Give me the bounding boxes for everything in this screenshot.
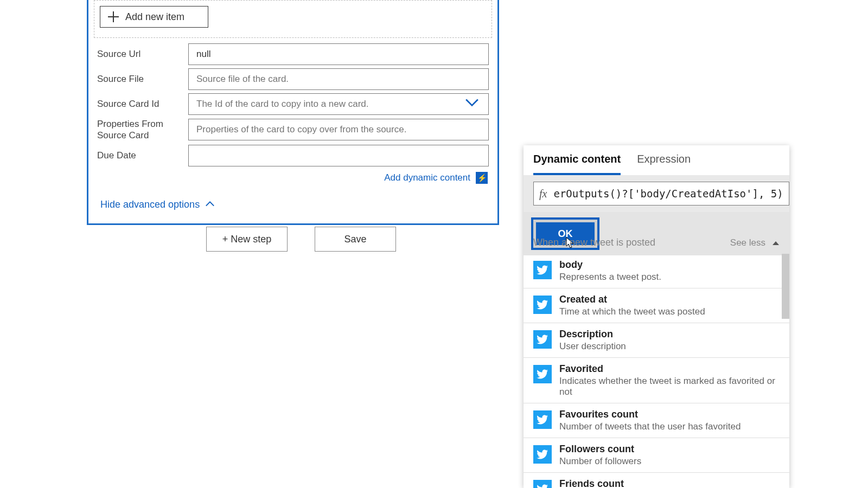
dynamic-item[interactable]: Followers countNumber of followers (524, 438, 789, 473)
row-source-file: Source File (97, 68, 489, 90)
dynamic-item-title: Created at (559, 294, 705, 305)
hide-advanced-options-toggle[interactable]: Hide advanced options (100, 199, 492, 210)
label-due-date: Due Date (97, 150, 188, 161)
flow-action-card: Add new item Source Url Source File Sour… (87, 0, 499, 225)
dynamic-section-header: When a new tweet is posted See less (524, 232, 789, 254)
twitter-icon (533, 480, 552, 488)
dynamic-section-title: When a new tweet is posted (533, 237, 655, 248)
dynamic-item-text: Followers countNumber of followers (559, 444, 641, 467)
add-item-container: Add new item (94, 0, 492, 38)
add-dynamic-row: Add dynamic content ⚡ (94, 172, 488, 184)
input-source-url[interactable] (188, 43, 489, 65)
row-source-url: Source Url (97, 43, 489, 65)
fx-icon: fx (539, 188, 547, 200)
dynamic-item[interactable]: Favourites countNumber of tweets that th… (524, 403, 789, 438)
dynamic-item-desc: Represents a tweet post. (559, 272, 661, 282)
dynamic-item-desc: Time at which the tweet was posted (559, 306, 705, 317)
dynamic-item[interactable]: Friends countNumber of friends (524, 473, 789, 488)
dynamic-item-text: Favourites countNumber of tweets that th… (559, 409, 741, 432)
dynamic-item-desc: Number of followers (559, 456, 641, 467)
dynamic-item-title: Description (559, 329, 626, 340)
hide-advanced-label: Hide advanced options (100, 199, 200, 210)
dynamic-item-title: body (559, 259, 661, 271)
dynamic-item[interactable]: DescriptionUser description (524, 323, 789, 358)
input-props-from-source[interactable] (188, 119, 489, 140)
row-source-card-id: Source Card Id (97, 93, 489, 115)
label-source-card-id: Source Card Id (97, 99, 188, 110)
tab-expression[interactable]: Expression (637, 153, 691, 175)
expression-input[interactable]: fx erOutputs()?['body/CreatedAtIso'], 5) (533, 182, 789, 206)
twitter-icon (533, 296, 552, 314)
triangle-up-icon (772, 238, 780, 248)
twitter-icon (533, 330, 552, 349)
dynamic-item-text: DescriptionUser description (559, 329, 626, 352)
dynamic-item-desc: Number of tweets that the user has favor… (559, 421, 741, 432)
dynamic-item-title: Followers count (559, 444, 641, 455)
twitter-icon (533, 445, 552, 464)
row-due-date: Due Date (97, 145, 489, 166)
dynamic-items-list: bodyRepresents a tweet post.Created atTi… (524, 254, 789, 488)
dynamic-item[interactable]: bodyRepresents a tweet post. (524, 254, 789, 288)
expression-bar: fx erOutputs()?['body/CreatedAtIso'], 5) (524, 175, 789, 212)
twitter-icon (533, 261, 552, 279)
input-source-file[interactable] (188, 68, 489, 90)
twitter-icon (533, 410, 552, 429)
dynamic-item[interactable]: Created atTime at which the tweet was po… (524, 288, 789, 323)
dynamic-tabs: Dynamic content Expression (524, 145, 789, 175)
twitter-icon (533, 365, 552, 383)
dynamic-item-desc: User description (559, 341, 626, 352)
save-button[interactable]: Save (315, 227, 396, 252)
dynamic-item-title: Favorited (559, 363, 780, 375)
add-dynamic-content-link[interactable]: Add dynamic content (384, 172, 470, 183)
label-source-file: Source File (97, 74, 188, 85)
new-step-button[interactable]: + New step (206, 227, 288, 252)
dynamic-content-badge-icon[interactable]: ⚡ (476, 172, 488, 184)
dynamic-item-text: Created atTime at which the tweet was po… (559, 294, 705, 317)
expression-text: erOutputs()?['body/CreatedAtIso'], 5) (553, 188, 783, 200)
add-new-item-label: Add new item (125, 11, 184, 23)
label-source-url: Source Url (97, 49, 188, 60)
dynamic-item-title: Favourites count (559, 409, 741, 420)
dynamic-item-desc: Indicates whether the tweet is marked as… (559, 376, 780, 397)
plus-icon (108, 11, 119, 22)
dynamic-item-text: bodyRepresents a tweet post. (559, 259, 661, 282)
select-source-card-id[interactable] (188, 93, 489, 115)
input-due-date[interactable] (188, 145, 489, 166)
dynamic-item-title: Friends count (559, 478, 633, 488)
scrollbar[interactable] (782, 254, 789, 319)
row-props-from-source: Properties From Source Card (97, 118, 489, 142)
see-less-link[interactable]: See less (730, 237, 765, 248)
dynamic-item-text: FavoritedIndicates whether the tweet is … (559, 363, 780, 397)
chevron-up-icon (205, 199, 215, 210)
add-new-item-button[interactable]: Add new item (100, 6, 208, 28)
dynamic-content-panel: Dynamic content Expression fx erOutputs(… (524, 145, 789, 488)
flow-footer-buttons: + New step Save (206, 227, 396, 252)
tab-dynamic-content[interactable]: Dynamic content (533, 153, 621, 175)
dynamic-item[interactable]: FavoritedIndicates whether the tweet is … (524, 358, 789, 403)
dynamic-item-text: Friends countNumber of friends (559, 478, 633, 488)
label-props-from-source: Properties From Source Card (97, 118, 188, 142)
